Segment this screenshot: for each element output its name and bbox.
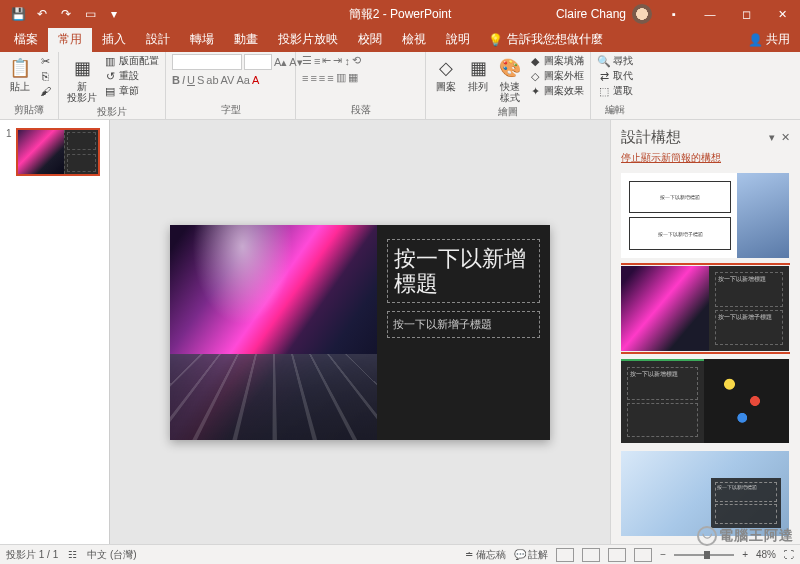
replace-button[interactable]: ⇄取代 — [597, 69, 633, 83]
sorter-view-button[interactable] — [582, 548, 600, 562]
pane-close-icon[interactable]: ✕ — [781, 131, 790, 144]
save-icon[interactable]: 💾 — [8, 4, 28, 24]
reset-button[interactable]: ↺重設 — [103, 69, 159, 83]
columns-button[interactable]: ▥ — [336, 71, 346, 84]
quick-access-toolbar: 💾 ↶ ↷ ▭ ▾ — [0, 4, 124, 24]
case-button[interactable]: Aa — [236, 74, 249, 86]
text-direction-button[interactable]: ⟲ — [352, 54, 361, 67]
find-icon: 🔍 — [597, 54, 611, 68]
strike-button[interactable]: S — [197, 74, 204, 86]
reading-view-button[interactable] — [608, 548, 626, 562]
tab-transitions[interactable]: 轉場 — [180, 27, 224, 52]
shapes-button[interactable]: ◇圖案 — [432, 54, 460, 94]
line-spacing-button[interactable]: ↕ — [344, 55, 350, 67]
tab-file[interactable]: 檔案 — [4, 27, 48, 52]
tab-slideshow[interactable]: 投影片放映 — [268, 27, 348, 52]
underline-button[interactable]: U — [187, 74, 195, 86]
shape-outline-button[interactable]: ◇圖案外框 — [528, 69, 584, 83]
subtitle-placeholder[interactable]: 按一下以新增子標題 — [387, 311, 540, 338]
tab-help[interactable]: 說明 — [436, 27, 480, 52]
find-button[interactable]: 🔍尋找 — [597, 54, 633, 68]
pane-dropdown-icon[interactable]: ▾ — [769, 131, 775, 144]
fit-to-window-button[interactable]: ⛶ — [784, 549, 794, 560]
design-idea-4[interactable]: 按一下以新增標題 — [621, 451, 789, 536]
notes-button[interactable]: ≐ 備忘稿 — [465, 548, 506, 562]
user-area[interactable]: Claire Chang — [556, 4, 656, 24]
stop-showing-link[interactable]: 停止顯示新簡報的構想 — [621, 151, 790, 165]
tab-animations[interactable]: 動畫 — [224, 27, 268, 52]
format-painter-button[interactable]: 🖌 — [38, 84, 52, 98]
minimize-icon[interactable]: — — [692, 0, 728, 28]
tab-view[interactable]: 檢視 — [392, 27, 436, 52]
justify-button[interactable]: ≡ — [327, 72, 333, 84]
group-label: 繪圖 — [432, 105, 584, 121]
avatar[interactable] — [632, 4, 652, 24]
paste-button[interactable]: 📋 貼上 — [6, 54, 34, 94]
accessibility-icon[interactable]: ☷ — [68, 549, 77, 560]
cut-button[interactable]: ✂ — [38, 54, 52, 68]
normal-view-button[interactable] — [556, 548, 574, 562]
ribbon-options-icon[interactable]: ▪ — [656, 0, 692, 28]
bold-button[interactable]: B — [172, 74, 180, 86]
layout-button[interactable]: ▥版面配置 — [103, 54, 159, 68]
shape-effects-button[interactable]: ✦圖案效果 — [528, 84, 584, 98]
zoom-slider[interactable] — [674, 554, 734, 556]
bullets-button[interactable]: ☰ — [302, 54, 312, 67]
maximize-icon[interactable]: ◻ — [728, 0, 764, 28]
zoom-in-button[interactable]: + — [742, 549, 748, 560]
arrange-button[interactable]: ▦排列 — [464, 54, 492, 94]
grow-font-icon[interactable]: A▴ — [274, 56, 287, 69]
design-ideas-list: 按一下以新增標題按一下以新增子標題 按一下以新增標題按一下以新增子標題 按一下以… — [621, 173, 790, 536]
align-left-button[interactable]: ≡ — [302, 72, 308, 84]
tell-me[interactable]: 💡 告訴我您想做什麼 — [480, 27, 611, 52]
font-size-box[interactable] — [244, 54, 272, 70]
design-idea-2[interactable]: 按一下以新增標題按一下以新增子標題 — [621, 266, 789, 351]
tab-insert[interactable]: 插入 — [92, 27, 136, 52]
select-icon: ⬚ — [597, 84, 611, 98]
new-slide-button[interactable]: ▦ 新 投影片 — [65, 54, 99, 105]
italic-button[interactable]: I — [182, 74, 185, 86]
close-icon[interactable]: ✕ — [764, 0, 800, 28]
slide-thumbnails: 1 — [0, 120, 110, 544]
align-right-button[interactable]: ≡ — [319, 72, 325, 84]
shapes-icon: ◇ — [434, 56, 458, 80]
share-button[interactable]: 👤 共用 — [738, 27, 800, 52]
spacing-button[interactable]: AV — [221, 74, 235, 86]
start-from-beginning-icon[interactable]: ▭ — [80, 4, 100, 24]
comments-button[interactable]: 💬 註解 — [514, 548, 549, 562]
slide: 按一下以新增標題 按一下以新增子標題 — [170, 225, 550, 440]
indent-dec-button[interactable]: ⇤ — [322, 54, 331, 67]
redo-icon[interactable]: ↷ — [56, 4, 76, 24]
slide-image[interactable] — [170, 225, 377, 440]
section-button[interactable]: ▤章節 — [103, 84, 159, 98]
shadow-button[interactable]: ab — [206, 74, 218, 86]
indent-inc-button[interactable]: ⇥ — [333, 54, 342, 67]
qat-more-icon[interactable]: ▾ — [104, 4, 124, 24]
tab-home[interactable]: 常用 — [48, 27, 92, 52]
align-center-button[interactable]: ≡ — [310, 72, 316, 84]
paste-icon: 📋 — [8, 56, 32, 80]
title-placeholder[interactable]: 按一下以新增標題 — [387, 239, 540, 304]
select-button[interactable]: ⬚選取 — [597, 84, 633, 98]
slideshow-view-button[interactable] — [634, 548, 652, 562]
zoom-level[interactable]: 48% — [756, 549, 776, 560]
zoom-out-button[interactable]: − — [660, 549, 666, 560]
tab-review[interactable]: 校閱 — [348, 27, 392, 52]
copy-button[interactable]: ⎘ — [38, 69, 52, 83]
thumbnail-1[interactable]: 1 — [6, 128, 103, 176]
numbering-button[interactable]: ≡ — [314, 55, 320, 67]
language-status[interactable]: 中文 (台灣) — [87, 548, 136, 562]
smartart-button[interactable]: ▦ — [348, 71, 358, 84]
design-idea-3[interactable]: 按一下以新增標題 — [621, 359, 789, 444]
undo-icon[interactable]: ↶ — [32, 4, 52, 24]
quick-styles-button[interactable]: 🎨快速 樣式 — [496, 54, 524, 105]
shape-fill-button[interactable]: ◆圖案填滿 — [528, 54, 584, 68]
slide-counter[interactable]: 投影片 1 / 1 — [6, 548, 58, 562]
font-family-box[interactable] — [172, 54, 242, 70]
section-icon: ▤ — [103, 84, 117, 98]
tab-design[interactable]: 設計 — [136, 27, 180, 52]
design-idea-1[interactable]: 按一下以新增標題按一下以新增子標題 — [621, 173, 789, 258]
slide-canvas[interactable]: 按一下以新增標題 按一下以新增子標題 — [110, 120, 610, 544]
font-color-button[interactable]: A — [252, 74, 259, 86]
tell-me-label: 告訴我您想做什麼 — [507, 31, 603, 48]
